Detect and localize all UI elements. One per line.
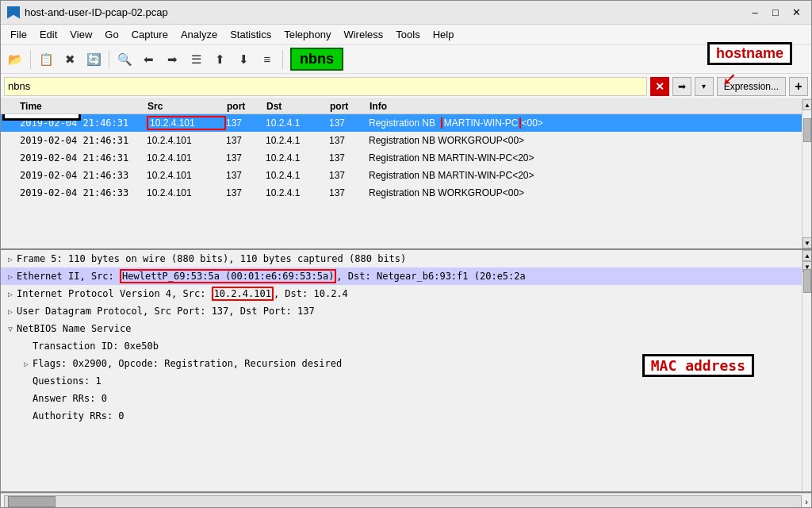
toolbar-delete-btn[interactable]: ✖ <box>59 48 81 71</box>
filter-input[interactable] <box>4 77 647 96</box>
filter-clear-button[interactable]: ✕ <box>650 77 669 96</box>
flags-expand-icon[interactable]: ▷ <box>20 360 33 368</box>
packet-src-1: 10.2.4.101 <box>147 116 226 130</box>
packet-sport-2: 137 <box>226 135 266 146</box>
menu-file[interactable]: File <box>4 26 33 43</box>
packet-info-3: Registration NB MARTIN-WIN-PC<20> <box>369 152 802 164</box>
menu-bar: File Edit View Go Capture Analyze Statis… <box>1 25 811 45</box>
maximize-button[interactable]: □ <box>767 4 784 21</box>
table-row[interactable]: 2019-02-04 21:46:31 10.2.4.101 137 10.2.… <box>1 132 802 149</box>
packet-info-2: Registration NB WORKGROUP<00> <box>369 135 802 146</box>
packet-src-2: 10.2.4.101 <box>147 135 226 146</box>
scrollbar-down-btn[interactable]: ▼ <box>802 237 811 248</box>
header-dport: port <box>330 101 370 112</box>
ip-address-annotation: IP address <box>2 114 81 121</box>
packet-time-4: 2019-02-04 21:46:33 <box>20 170 147 181</box>
toolbar-open-btn[interactable]: 📂 <box>4 48 26 71</box>
packet-info-4: Registration NB MARTIN-WIN-PC<20> <box>369 170 802 181</box>
detail-udp-row[interactable]: ▷ User Datagram Protocol, Src Port: 137,… <box>1 302 802 320</box>
minimize-button[interactable]: – <box>746 4 764 21</box>
menu-analyze[interactable]: Analyze <box>174 26 224 43</box>
detail-ethernet-row[interactable]: ▷ Ethernet II, Src: HewlettP_69:53:5a (0… <box>1 267 802 285</box>
detail-netbios-row[interactable]: ▽ NetBIOS Name Service <box>1 320 802 337</box>
header-sport: port <box>227 101 266 112</box>
packet-src-4: 10.2.4.101 <box>147 170 226 181</box>
header-time: Time <box>1 101 147 112</box>
main-layout: Time Src port Dst port Info IP address 2… <box>1 99 811 508</box>
scrollbar-track <box>802 110 811 237</box>
frame-expand-icon[interactable]: ▷ <box>4 255 17 264</box>
udp-expand-icon[interactable]: ▷ <box>4 307 17 316</box>
header-info: Info <box>370 101 802 112</box>
toolbar-reload-btn[interactable]: 🔄 <box>82 48 105 71</box>
detail-authority-row[interactable]: Authority RRs: 0 <box>1 407 802 425</box>
packet-src-3: 10.2.4.101 <box>147 152 226 164</box>
filter-dropdown-button[interactable]: ▾ <box>695 77 714 96</box>
title-bar-left: host-and-user-ID-pcap-02.pcap <box>7 6 168 19</box>
table-row[interactable]: IP address 2019-02-04 21:46:31 10.2.4.10… <box>1 114 802 132</box>
scrollbar-up-btn[interactable]: ▲ <box>802 99 811 110</box>
packet-time-2: 2019-02-04 21:46:31 <box>20 135 147 146</box>
packet-list-main: Time Src port Dst port Info IP address 2… <box>1 99 802 248</box>
toolbar-copy-btn[interactable]: 📋 <box>35 48 57 71</box>
toolbar-expand-btn[interactable]: ≡ <box>256 48 278 71</box>
ip-expand-icon[interactable]: ▷ <box>4 290 17 298</box>
detail-scrollbar-thumb[interactable] <box>803 269 811 293</box>
menu-view[interactable]: View <box>63 26 98 43</box>
detail-transaction-row[interactable]: Transaction ID: 0xe50b <box>1 337 802 355</box>
questions-text: Questions: 1 <box>33 375 102 387</box>
ethernet-detail-text: Ethernet II, Src: HewlettP_69:53:5a (00:… <box>17 271 526 282</box>
nbns-filter-badge: nbns <box>290 48 343 71</box>
filter-apply-button[interactable]: ➡ <box>672 77 691 96</box>
detail-answer-row[interactable]: Answer RRs: 0 <box>1 390 802 407</box>
detail-scrollbar-up[interactable]: ▲ <box>802 250 811 261</box>
menu-go[interactable]: Go <box>98 26 124 43</box>
toolbar-up-btn[interactable]: ⬆ <box>209 48 231 71</box>
packet-dport-4: 137 <box>329 170 369 181</box>
detail-main: ▷ Frame 5: 110 bytes on wire (880 bits),… <box>1 250 802 491</box>
packet-info-1: Registration NB MARTIN-WIN-PC<00> <box>369 117 802 129</box>
menu-capture[interactable]: Capture <box>125 26 174 43</box>
scrollbar-thumb[interactable] <box>803 118 811 142</box>
authority-text: Authority RRs: 0 <box>33 410 124 421</box>
window-title: host-and-user-ID-pcap-02.pcap <box>25 6 168 18</box>
menu-help[interactable]: Help <box>427 26 461 43</box>
packet-list-scrollbar[interactable]: ▲ ▼ <box>802 99 811 248</box>
wireshark-icon <box>7 6 20 19</box>
netbios-expand-icon[interactable]: ▽ <box>4 325 17 333</box>
close-button[interactable]: ✕ <box>787 4 805 21</box>
table-row[interactable]: 2019-02-04 21:46:33 10.2.4.101 137 10.2.… <box>1 167 802 184</box>
hscroll-thumb[interactable] <box>8 496 56 507</box>
detail-pane-scrollbar[interactable]: ▲ ▼ <box>802 250 811 491</box>
packet-rows: IP address 2019-02-04 21:46:31 10.2.4.10… <box>1 114 802 202</box>
detail-frame-row[interactable]: ▷ Frame 5: 110 bytes on wire (880 bits),… <box>1 250 802 267</box>
toolbar-sep-3 <box>282 50 283 69</box>
toolbar-goto-btn[interactable]: ☰ <box>185 48 207 71</box>
toolbar-back-btn[interactable]: ⬅ <box>137 48 159 71</box>
bottom-scrollbar: › <box>1 493 811 508</box>
udp-detail-text: User Datagram Protocol, Src Port: 137, D… <box>17 306 315 317</box>
menu-statistics[interactable]: Statistics <box>224 26 278 43</box>
horizontal-scrollbar[interactable] <box>4 495 802 508</box>
menu-wireless[interactable]: Wireless <box>337 26 389 43</box>
packet-dport-5: 137 <box>329 187 369 198</box>
packet-src-5: 10.2.4.101 <box>147 187 226 198</box>
table-row[interactable]: 2019-02-04 21:46:31 10.2.4.101 137 10.2.… <box>1 149 802 167</box>
toolbar-forward-btn[interactable]: ➡ <box>161 48 183 71</box>
window-controls: – □ ✕ <box>746 4 805 21</box>
detail-ip-row[interactable]: ▷ Internet Protocol Version 4, Src: 10.2… <box>1 285 802 302</box>
menu-tools[interactable]: Tools <box>389 26 426 43</box>
packet-sport-5: 137 <box>226 187 266 198</box>
title-bar: host-and-user-ID-pcap-02.pcap – □ ✕ <box>1 1 811 25</box>
menu-telephony[interactable]: Telephony <box>278 26 337 43</box>
toolbar-down-btn[interactable]: ⬇ <box>232 48 255 71</box>
table-row[interactable]: 2019-02-04 21:46:33 10.2.4.101 137 10.2.… <box>1 184 802 202</box>
ethernet-expand-icon[interactable]: ▷ <box>4 272 17 281</box>
detail-pane-area: ▷ Frame 5: 110 bytes on wire (880 bits),… <box>1 250 811 493</box>
packet-list-header: Time Src port Dst port Info <box>1 99 802 114</box>
packet-dst-2: 10.2.4.1 <box>266 135 329 146</box>
menu-edit[interactable]: Edit <box>33 26 63 43</box>
mac-address-annotation: MAC address <box>642 354 754 377</box>
add-filter-button[interactable]: + <box>789 77 808 96</box>
toolbar-search-btn[interactable]: 🔍 <box>113 48 136 71</box>
